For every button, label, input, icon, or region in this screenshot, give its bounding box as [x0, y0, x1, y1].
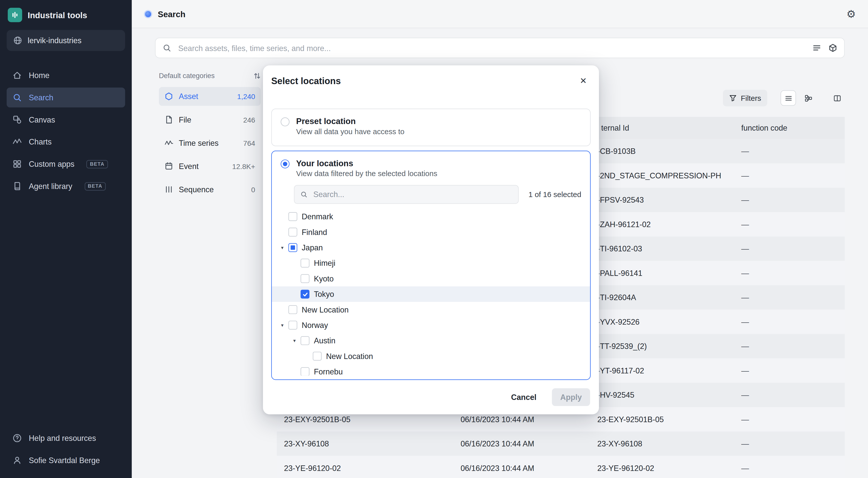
preset-location-option[interactable]: Preset location View all data you have a…	[271, 109, 591, 146]
search-icon	[12, 92, 22, 102]
location-tree-row[interactable]: ▾ Himeji	[272, 256, 590, 271]
category-count: 1,240	[237, 92, 255, 100]
home-icon	[12, 70, 22, 80]
sidebar-item-label: Charts	[29, 138, 52, 146]
location-checkbox[interactable]	[313, 352, 321, 360]
external-id-cell: -TI-92604A	[591, 293, 735, 302]
location-checkbox[interactable]	[301, 367, 309, 376]
apply-button[interactable]: Apply	[552, 388, 590, 406]
location-tree-row[interactable]: ▾ Austin	[272, 333, 590, 349]
settings-gear-icon[interactable]: ⚙	[846, 8, 856, 19]
caret-down-icon[interactable]: ▾	[278, 245, 286, 250]
sidebar-item-charts[interactable]: Charts	[6, 132, 125, 152]
function-code-cell: —	[735, 391, 845, 399]
location-tree-row[interactable]: ▾ Tokyo	[272, 286, 590, 302]
column-header-function-code[interactable]: function code	[735, 123, 845, 132]
table-row[interactable]: 23-XY-96108 06/16/2023 10:44 AM 23-XY-96…	[277, 431, 845, 456]
your-locations-header[interactable]: Your locations View data filtered by the…	[272, 151, 590, 178]
sequence-icon	[164, 185, 173, 194]
global-search-bar	[155, 38, 845, 58]
name-cell: 23-YE-96120-02	[277, 464, 454, 473]
time-cell: 06/16/2023 10:44 AM	[454, 439, 591, 448]
time-cell: 06/16/2023 10:44 AM	[454, 464, 591, 473]
function-code-cell: —	[735, 171, 845, 180]
location-checkbox[interactable]	[288, 305, 297, 314]
tree-view-button[interactable]	[801, 90, 816, 106]
filters-button[interactable]: Filters	[723, 90, 767, 107]
location-label: Denmark	[302, 212, 333, 221]
location-checkbox[interactable]	[288, 243, 297, 252]
function-code-cell: —	[735, 415, 845, 424]
caret-down-icon[interactable]: ▾	[278, 322, 286, 328]
category-label: Sequence	[179, 185, 214, 194]
location-search-input[interactable]	[312, 189, 513, 199]
external-id-cell: -ZAH-96121-02	[591, 220, 735, 229]
location-checkbox[interactable]	[288, 212, 297, 221]
function-code-cell: —	[735, 342, 845, 351]
external-id-cell: -PALL-96141	[591, 269, 735, 277]
location-tree[interactable]: ▾ Denmark ▾	[272, 209, 590, 376]
list-view-icon[interactable]	[812, 43, 822, 53]
location-label: New Location	[326, 352, 373, 360]
category-label: Time series	[179, 139, 218, 147]
select-locations-dialog: Select locations ✕ Preset location View …	[263, 65, 599, 414]
column-header-external-id[interactable]: ternal Id	[591, 123, 735, 132]
close-icon[interactable]: ✕	[578, 75, 589, 87]
sidebar-item-label: Agent library	[29, 182, 72, 190]
preset-location-description: View all data you have access to	[296, 127, 404, 136]
categories-label: Default categories	[159, 72, 215, 80]
user-name: Sofie Svartdal Berge	[29, 456, 100, 465]
time-series-icon	[164, 139, 173, 147]
location-tree-row[interactable]: ▾ Denmark	[272, 209, 590, 225]
category-label: File	[179, 115, 191, 124]
your-locations-title: Your locations	[296, 158, 437, 168]
category-time-series[interactable]: Time series 764	[159, 133, 261, 152]
location-tree-row[interactable]: ▾ New Location	[272, 349, 590, 364]
app-window: Industrial tools lervik-industries Home …	[0, 0, 868, 478]
category-sequence[interactable]: Sequence 0	[159, 180, 261, 199]
sidebar-item-agent-library[interactable]: Agent library BETA	[6, 176, 125, 196]
location-checkbox[interactable]	[301, 274, 309, 283]
funnel-icon	[729, 94, 737, 102]
category-event[interactable]: Event 12.8K+	[159, 157, 261, 176]
table-row[interactable]: 23-YE-96120-02 06/16/2023 10:44 AM 23-YE…	[277, 456, 845, 478]
table-view-button[interactable]	[781, 90, 796, 106]
your-locations-radio[interactable]	[281, 159, 289, 168]
function-code-cell: —	[735, 293, 845, 302]
caret-down-icon[interactable]: ▾	[290, 338, 298, 343]
category-file[interactable]: File 246	[159, 110, 261, 129]
cancel-button[interactable]: Cancel	[508, 392, 540, 402]
3d-cube-icon[interactable]	[828, 43, 837, 53]
location-tree-row[interactable]: ▾ Finland	[272, 225, 590, 240]
sidebar-item-custom-apps[interactable]: Custom apps BETA	[6, 154, 125, 174]
location-checkbox[interactable]	[288, 321, 297, 329]
location-checkbox[interactable]	[301, 290, 309, 299]
sidebar-item-search[interactable]: Search	[6, 87, 125, 108]
location-label: Norway	[302, 321, 328, 329]
location-tree-row[interactable]: ▾ Kyoto	[272, 271, 590, 286]
dialog-footer: Cancel Apply	[508, 388, 590, 406]
category-asset[interactable]: Asset 1,240	[159, 87, 261, 106]
location-label: New Location	[302, 305, 349, 314]
help-and-resources[interactable]: Help and resources	[6, 428, 125, 448]
location-checkbox[interactable]	[301, 259, 309, 268]
location-tree-row[interactable]: ▾ Fornebu	[272, 364, 590, 376]
function-code-cell: —	[735, 147, 845, 156]
sort-icon[interactable]	[254, 72, 261, 80]
location-tree-row[interactable]: ▾ New Location	[272, 302, 590, 317]
user-menu[interactable]: Sofie Svartdal Berge	[6, 450, 125, 470]
project-name: lervik-industries	[28, 36, 82, 45]
location-checkbox[interactable]	[288, 228, 297, 237]
search-input[interactable]	[177, 43, 807, 53]
dialog-title: Select locations	[271, 76, 341, 86]
table-rows-visible: 23-EXY-92501B-05 06/16/2023 10:44 AM 23-…	[277, 407, 845, 478]
sidebar-item-canvas[interactable]: Canvas	[6, 110, 125, 129]
preset-location-radio[interactable]	[281, 118, 289, 126]
location-checkbox[interactable]	[301, 336, 309, 345]
location-tree-row[interactable]: ▾ Japan	[272, 240, 590, 255]
columns-button[interactable]	[829, 90, 845, 106]
project-selector[interactable]: lervik-industries	[6, 30, 125, 51]
location-tree-row[interactable]: ▾ Norway	[272, 317, 590, 333]
sidebar-item-home[interactable]: Home	[6, 65, 125, 85]
filters-label: Filters	[741, 94, 762, 102]
